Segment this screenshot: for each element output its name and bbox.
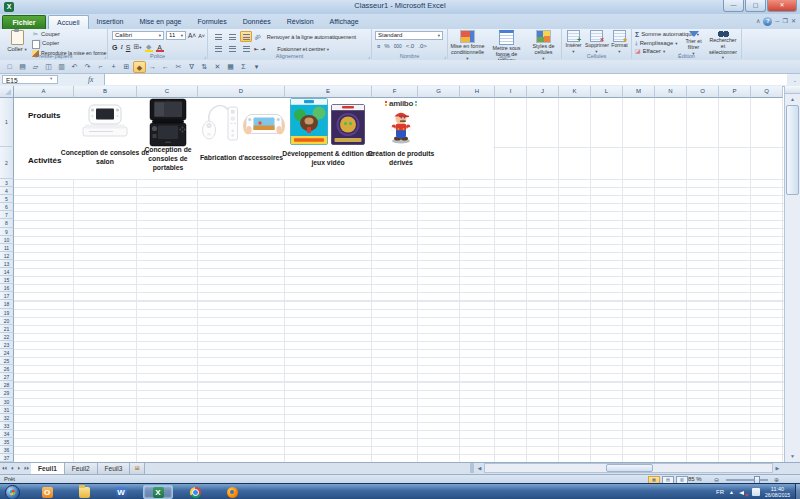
tab-insertion[interactable]: Insertion <box>89 15 132 29</box>
tray-expand-icon[interactable]: ▲ <box>729 489 734 495</box>
sheet-tab-feuil2[interactable]: Feuil2 <box>65 463 98 474</box>
product-image-accessories[interactable] <box>196 100 287 146</box>
save-icon[interactable]: ▤ <box>16 61 29 73</box>
filter-icon[interactable]: ∇ <box>185 61 198 73</box>
table-icon[interactable]: ▦ <box>224 61 237 73</box>
column-header-F[interactable]: F <box>372 86 418 98</box>
horizontal-scrollbar[interactable]: ◀ ▶ <box>470 463 782 473</box>
row-header-22[interactable]: 22 <box>0 333 14 341</box>
orientation-button[interactable]: ab <box>253 32 262 41</box>
decrease-decimal-button[interactable]: .0˃ <box>418 43 427 49</box>
row-header-7[interactable]: 7 <box>0 211 14 219</box>
row-header-13[interactable]: 13 <box>0 260 14 268</box>
shrink-font-button[interactable]: A˅ <box>198 33 205 39</box>
select-all-corner[interactable] <box>0 86 14 98</box>
copy-button[interactable]: Copier <box>32 40 106 49</box>
product-image-wii-u-console[interactable] <box>60 101 150 143</box>
column-header-A[interactable]: A <box>14 86 74 98</box>
align-middle-button[interactable] <box>226 31 238 42</box>
zoom-level[interactable]: 85 % <box>688 476 702 482</box>
column-header-C[interactable]: C <box>137 86 198 98</box>
row-header-20[interactable]: 20 <box>0 317 14 325</box>
tab-mise-en-page[interactable]: Mise en page <box>131 15 189 29</box>
italic-button[interactable]: I <box>120 43 122 51</box>
underline-button[interactable]: S <box>126 44 131 51</box>
increase-indent-button[interactable]: ⇥ <box>261 46 266 52</box>
column-header-D[interactable]: D <box>198 86 285 98</box>
dialog-launcher-icon[interactable]: ⌟ <box>204 54 206 59</box>
align-top-button[interactable] <box>212 31 224 42</box>
tab-affichage[interactable]: Affichage <box>322 15 367 29</box>
row-header-2[interactable]: 2 <box>0 147 14 179</box>
close-window-button[interactable]: ✕ <box>767 0 797 12</box>
row-header-12[interactable]: 12 <box>0 252 14 260</box>
row-header-35[interactable]: 35 <box>0 438 14 446</box>
sum-icon[interactable]: Σ <box>237 61 250 73</box>
workbook-close-icon[interactable]: ✕ <box>791 16 796 26</box>
delete-icon[interactable]: ✕ <box>211 61 224 73</box>
grow-font-button[interactable]: A˄ <box>188 32 196 39</box>
sort-icon[interactable]: ⇅ <box>198 61 211 73</box>
dialog-launcher-icon[interactable]: ⌟ <box>444 54 446 59</box>
column-header-B[interactable]: B <box>74 86 137 98</box>
column-header-J[interactable]: J <box>527 86 559 98</box>
row-header-27[interactable]: 27 <box>0 373 14 381</box>
column-header-M[interactable]: M <box>623 86 655 98</box>
row-header-32[interactable]: 32 <box>0 414 14 422</box>
tab-r-vision[interactable]: Révision <box>279 15 322 29</box>
chrome-taskbar-button[interactable] <box>180 485 210 499</box>
column-header-H[interactable]: H <box>460 86 495 98</box>
row-header-16[interactable]: 16 <box>0 284 14 292</box>
cut-cells-icon[interactable]: ✂ <box>172 61 185 73</box>
row-header-28[interactable]: 28 <box>0 381 14 389</box>
wrap-text-button[interactable]: Renvoyer à la ligne automatiquement <box>267 34 356 40</box>
tab-formules[interactable]: Formules <box>189 15 234 29</box>
firefox-taskbar-button[interactable] <box>217 485 247 499</box>
print-preview-icon[interactable]: ◫ <box>42 61 55 73</box>
product-image-nintendo-3ds[interactable] <box>138 98 198 148</box>
row-header-5[interactable]: 5 <box>0 195 14 203</box>
workbook-minimize-icon[interactable]: ─ <box>775 16 779 26</box>
scroll-up-icon[interactable]: ▲ <box>785 94 800 105</box>
insert-cells-icon[interactable]: + <box>107 61 120 73</box>
row-header-14[interactable]: 14 <box>0 268 14 276</box>
worksheet-grid[interactable]: Produits Activités Conception de console <box>14 98 784 462</box>
insert-worksheet-tab[interactable]: ⊞ <box>130 463 145 474</box>
scroll-left-icon[interactable]: ◀ <box>475 465 484 471</box>
column-header-N[interactable]: N <box>655 86 687 98</box>
row-header-17[interactable]: 17 <box>0 292 14 300</box>
delete-cells-button[interactable]: Supprimer▾ <box>585 30 608 55</box>
merge-center-button[interactable]: Fusionner et centrer ▾ <box>277 46 329 52</box>
column-header-P[interactable]: P <box>719 86 751 98</box>
column-header-Q[interactable]: Q <box>751 86 783 98</box>
bold-button[interactable]: G <box>112 44 117 51</box>
column-header-L[interactable]: L <box>591 86 623 98</box>
outlook-taskbar-button[interactable]: O <box>32 485 62 499</box>
row-header-34[interactable]: 34 <box>0 430 14 438</box>
percent-style-button[interactable]: % <box>384 43 389 49</box>
row-header-18[interactable]: 18 <box>0 300 14 308</box>
dialog-launcher-icon[interactable]: ⌟ <box>368 54 370 59</box>
zoom-out-icon[interactable]: ⊖ <box>714 476 719 483</box>
number-format-combo[interactable]: Standard▾ <box>375 31 443 40</box>
row-header-30[interactable]: 30 <box>0 398 14 406</box>
vertical-scrollbar[interactable]: ▲ ▼ <box>784 86 800 462</box>
decrease-indent-button[interactable]: ⇤ <box>254 46 259 52</box>
maximize-window-button[interactable]: ▢ <box>745 0 766 12</box>
insert-function-icon[interactable]: fx <box>88 75 93 84</box>
paste-button[interactable]: Coller ▾ <box>4 30 30 53</box>
row-header-10[interactable]: 10 <box>0 236 14 244</box>
cut-button[interactable]: ✂Couper <box>32 31 106 39</box>
redo-icon[interactable]: ↷ <box>81 61 94 73</box>
word-taskbar-button[interactable]: W <box>106 485 136 499</box>
row-header-8[interactable]: 8 <box>0 219 14 227</box>
more-commands-icon[interactable]: ▾ <box>250 61 263 73</box>
dialog-launcher-icon[interactable]: ⌟ <box>104 54 106 59</box>
column-header-G[interactable]: G <box>418 86 460 98</box>
expand-formula-bar-icon[interactable]: ⌄ <box>793 77 797 83</box>
row-header-25[interactable]: 25 <box>0 357 14 365</box>
row-header-26[interactable]: 26 <box>0 365 14 373</box>
workbook-restore-icon[interactable]: ❐ <box>783 16 788 26</box>
row-header-1[interactable]: 1 <box>0 98 14 147</box>
excel-taskbar-button[interactable]: X <box>143 485 173 499</box>
